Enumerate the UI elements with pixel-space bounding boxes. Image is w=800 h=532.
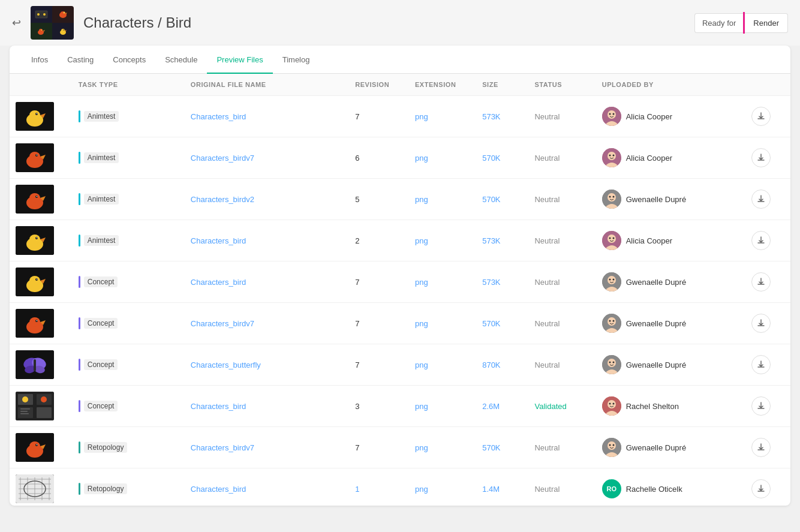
filename-cell[interactable]: Characters_bird: [185, 262, 349, 303]
filename-cell[interactable]: Characters_birdv2: [185, 179, 349, 220]
download-cell[interactable]: [745, 96, 790, 137]
svg-point-14: [63, 29, 64, 31]
file-thumbnail: [16, 267, 54, 296]
status-cell: Neutral: [528, 427, 596, 468]
thumb-cell[interactable]: [10, 220, 73, 262]
task-color-bar: [79, 483, 80, 495]
thumb-cell[interactable]: [10, 303, 73, 344]
download-cell[interactable]: [745, 303, 790, 344]
filename-link[interactable]: Characters_birdv7: [191, 443, 254, 452]
download-button[interactable]: [751, 190, 771, 209]
download-button[interactable]: [751, 107, 771, 126]
tab-preview-files[interactable]: Preview Files: [207, 46, 272, 74]
svg-point-39: [29, 193, 40, 203]
thumb-cell[interactable]: [10, 344, 73, 386]
download-cell[interactable]: [745, 427, 790, 468]
filename-cell[interactable]: Characters_bird: [185, 96, 349, 137]
download-button[interactable]: [751, 355, 771, 374]
avatar: [602, 272, 621, 291]
filename-link[interactable]: Characters_bird: [191, 485, 246, 494]
download-cell[interactable]: [745, 179, 790, 220]
back-button[interactable]: ↩: [12, 16, 21, 29]
filename-link[interactable]: Characters_birdv7: [191, 319, 254, 328]
filename-link[interactable]: Characters_bird: [191, 402, 246, 411]
uploader-info: Alicia Cooper: [602, 231, 739, 250]
filename-cell[interactable]: Characters_bird: [185, 220, 349, 262]
task-type-label: Concept: [84, 401, 118, 411]
render-button[interactable]: Render: [745, 13, 788, 33]
file-thumbnail: [16, 102, 54, 131]
task-type-cell: Animtest: [73, 179, 185, 220]
filename-cell[interactable]: Characters_birdv7: [185, 303, 349, 344]
thumb-cell[interactable]: [10, 179, 73, 220]
tab-bar: Infos Casting Concepts Schedule Preview …: [10, 46, 790, 74]
download-button[interactable]: [751, 272, 771, 291]
thumb-cell[interactable]: [10, 386, 73, 427]
download-button[interactable]: [751, 231, 771, 250]
download-cell[interactable]: [745, 344, 790, 386]
col-filename: ORIGINAL FILE NAME: [185, 74, 349, 96]
tab-concepts[interactable]: Concepts: [103, 46, 155, 74]
download-button[interactable]: [751, 479, 771, 498]
tab-schedule[interactable]: Schedule: [155, 46, 207, 74]
thumb-cell[interactable]: [10, 262, 73, 303]
svg-point-53: [37, 238, 38, 239]
filename-link[interactable]: Characters_bird: [191, 278, 246, 287]
thumb-cell[interactable]: [10, 137, 73, 179]
uploader-name: Alicia Cooper: [626, 112, 672, 121]
uploader-name: Alicia Cooper: [626, 154, 672, 163]
tab-infos[interactable]: Infos: [22, 46, 58, 74]
task-color-bar: [79, 441, 80, 453]
svg-point-36: [612, 155, 614, 157]
filename-link[interactable]: Characters_butterfly: [191, 360, 261, 369]
filename-link[interactable]: Characters_bird: [191, 112, 246, 121]
revision-cell: 7: [349, 303, 409, 344]
download-cell[interactable]: [745, 262, 790, 303]
download-button[interactable]: [751, 396, 771, 416]
filename-cell[interactable]: Characters_bird: [185, 468, 349, 506]
size-value: 573K: [482, 236, 500, 245]
table-row: Animtest Characters_bird2png573KNeutral …: [10, 220, 790, 262]
task-type-label: Animtest: [84, 111, 119, 122]
page-title: Characters / Bird: [83, 14, 191, 31]
revision-cell: 7: [349, 262, 409, 303]
revision-cell: 7: [349, 344, 409, 386]
download-cell[interactable]: [745, 386, 790, 427]
download-cell[interactable]: [745, 220, 790, 262]
tab-timelog[interactable]: Timelog: [273, 46, 320, 74]
uploader-info: Alicia Cooper: [602, 107, 739, 126]
svg-rect-99: [20, 408, 30, 410]
tab-casting[interactable]: Casting: [58, 46, 103, 74]
extension-value: png: [415, 278, 428, 287]
filename-cell[interactable]: Characters_bird: [185, 386, 349, 427]
size-cell: 570K: [476, 427, 528, 468]
size-cell: 1.4M: [476, 468, 528, 506]
filename-link[interactable]: Characters_bird: [191, 236, 246, 245]
filename-cell[interactable]: Characters_butterfly: [185, 344, 349, 386]
svg-point-46: [609, 196, 610, 198]
download-button[interactable]: [751, 148, 771, 167]
revision-cell: 7: [349, 96, 409, 137]
task-type-cell: Animtest: [73, 137, 185, 179]
task-color-bar: [79, 359, 80, 371]
download-cell[interactable]: [745, 468, 790, 506]
download-button[interactable]: [751, 438, 771, 457]
filename-link[interactable]: Characters_birdv2: [191, 195, 254, 204]
revision-cell: 1: [349, 468, 409, 506]
table-row: Animtest Characters_birdv76png570KNeutra…: [10, 137, 790, 179]
status-selector: Ready for Render: [694, 12, 788, 34]
filename-cell[interactable]: Characters_birdv7: [185, 427, 349, 468]
download-button[interactable]: [751, 314, 771, 333]
top-bar: ↩: [0, 0, 800, 46]
filename-link[interactable]: Characters_birdv7: [191, 154, 254, 163]
thumb-cell[interactable]: [10, 427, 73, 468]
download-cell[interactable]: [745, 137, 790, 179]
avatar: RO: [602, 479, 621, 498]
thumb-cell[interactable]: [10, 468, 73, 506]
thumb-cell[interactable]: [10, 96, 73, 137]
size-cell: 570K: [476, 137, 528, 179]
filename-cell[interactable]: Characters_birdv7: [185, 137, 349, 179]
extension-value: png: [415, 319, 428, 328]
table-row: Animtest Characters_birdv25png570KNeutra…: [10, 179, 790, 220]
status-badge: Neutral: [534, 236, 560, 245]
